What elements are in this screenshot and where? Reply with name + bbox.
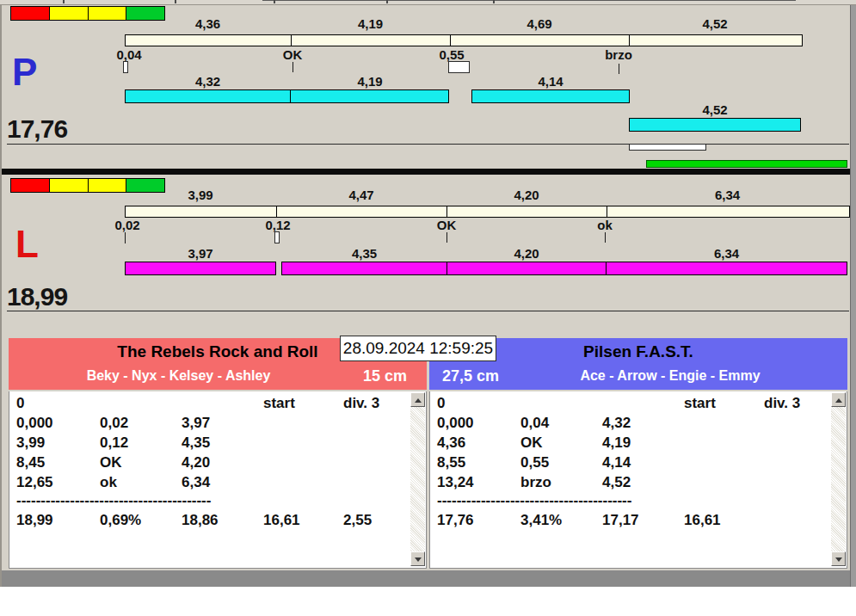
- mark-tick: [619, 64, 619, 74]
- jump-height-label: 15 cm: [348, 367, 422, 385]
- table-header-division: div. 3: [343, 395, 379, 412]
- summary-cell: 17,17: [602, 512, 639, 529]
- table-cell: 6,34: [182, 474, 210, 491]
- lane-total-time: 18,99: [7, 284, 67, 310]
- table-cell: 8,45: [16, 454, 45, 471]
- summary-cell: 18,86: [182, 512, 219, 529]
- split-time-label: 4,14: [471, 76, 630, 88]
- vertical-scrollbar[interactable]: [410, 392, 425, 566]
- split-bar: [606, 262, 847, 275]
- table-cell: 12,65: [16, 474, 53, 491]
- window-right-edge: [850, 0, 856, 587]
- light-red-segment: [11, 7, 50, 20]
- light-yellow-segment: [89, 179, 127, 192]
- table-cell: ok: [100, 474, 117, 491]
- team-dogs: Ace - Arrow - Engie - Emmy: [507, 368, 834, 384]
- mark-label: 0,55: [433, 49, 471, 61]
- table-cell: 4,35: [182, 434, 210, 452]
- mark-tick: [446, 232, 447, 243]
- top-edge-tick: [274, 0, 275, 3]
- timeline-bar: [125, 34, 803, 46]
- table-header-lead: 0: [437, 395, 445, 412]
- table-cell: 3,99: [16, 434, 45, 452]
- summary-cell: 16,61: [263, 512, 300, 529]
- mark-tick: [293, 62, 293, 72]
- leg-time-label: 6,34: [607, 189, 848, 201]
- leg-time-label: 4,36: [125, 18, 291, 30]
- table-cell: 0,04: [520, 415, 549, 432]
- table-cell: 4,36: [437, 434, 465, 452]
- scrollbar-up-button[interactable]: [831, 392, 846, 407]
- split-bar: [629, 118, 801, 132]
- arrow-up-icon: [415, 398, 422, 403]
- table-cell: 0,000: [437, 415, 474, 432]
- top-edge-tick: [386, 0, 388, 3]
- split-bar: [471, 89, 630, 103]
- jump-height-label: 27,5 cm: [436, 367, 505, 385]
- results-table: 0 start div. 3 0,000 0,02 3,97 3,99 0,12…: [9, 391, 427, 569]
- table-header-lead: 0: [16, 395, 24, 412]
- arrow-up-icon: [835, 398, 842, 403]
- results-section: The Rebels Rock and Roll Beky - Nyx - Ke…: [2, 336, 850, 570]
- summary-cell: 16,61: [684, 512, 721, 529]
- arrow-down-icon: [415, 557, 422, 562]
- summary-cell: 3,41%: [520, 512, 562, 529]
- table-cell: 4,32: [602, 415, 631, 432]
- table-header-start: start: [684, 395, 716, 412]
- table-cell: 0,12: [100, 434, 128, 452]
- vertical-scrollbar[interactable]: [831, 392, 846, 566]
- section-divider: [2, 169, 850, 175]
- timeline-bar: [125, 206, 850, 218]
- timeline-segment: [451, 35, 630, 46]
- table-cell: 8,55: [437, 454, 465, 471]
- baseline: [7, 144, 849, 145]
- table-cell: brzo: [520, 474, 551, 491]
- scrollbar-down-button[interactable]: [410, 551, 425, 566]
- timeline-segment: [126, 206, 277, 217]
- split-time-label: 4,35: [281, 248, 447, 260]
- split-bar: [125, 262, 276, 275]
- top-edge-tick: [63, 0, 65, 3]
- team-panel-left: The Rebels Rock and Roll Beky - Nyx - Ke…: [9, 338, 427, 569]
- summary-cell: 0,69%: [100, 512, 141, 529]
- leg-time-label: 3,99: [125, 189, 276, 201]
- team-panel-right: Pilsen F.A.S.T. 27,5 cm Ace - Arrow - En…: [429, 338, 847, 569]
- separator-line: ----------------------------------------: [16, 492, 211, 509]
- summary-cell: 17,76: [437, 512, 474, 529]
- timeline-segment: [277, 206, 447, 217]
- light-yellow-segment: [50, 179, 89, 192]
- table-cell: OK: [520, 434, 543, 452]
- separator-line: ----------------------------------------: [437, 492, 631, 509]
- mark-label: brzo: [600, 49, 637, 61]
- table-header-start: start: [263, 395, 295, 412]
- mark-label: 0,12: [259, 219, 297, 231]
- split-time-label: 3,97: [125, 248, 276, 260]
- team-dogs: Beky - Nyx - Kelsey - Ashley: [9, 368, 348, 384]
- mark-box-narrow: [274, 231, 280, 243]
- results-table: 0 start div. 3 0,000 0,04 4,32 4,36 OK 4…: [429, 391, 847, 569]
- lane-letter: P: [12, 53, 37, 91]
- split-bar: [290, 89, 449, 103]
- table-cell: 0,000: [16, 415, 53, 432]
- light-red-segment: [11, 179, 50, 192]
- mark-label: 0,04: [110, 49, 148, 61]
- split-bar: [125, 89, 291, 103]
- lane-p-panel: P 17,76 4,36 4,19 4,69 4,52 0,04 OK 0,55…: [2, 4, 850, 169]
- top-edge-line: [262, 0, 796, 1]
- split-time-label: 6,34: [606, 248, 847, 260]
- split-bar: [281, 262, 447, 275]
- timeline-segment: [447, 206, 607, 217]
- table-cell: 4,52: [602, 474, 631, 491]
- mark-label: OK: [274, 49, 311, 61]
- split-time-label: 4,19: [291, 76, 449, 88]
- mark-box: [448, 61, 470, 73]
- table-cell: 0,55: [520, 454, 549, 471]
- scrollbar-up-button[interactable]: [410, 392, 425, 407]
- flyball-timing-window: P 17,76 4,36 4,19 4,69 4,52 0,04 OK 0,55…: [0, 0, 856, 616]
- lane-total-time: 17,76: [7, 116, 67, 142]
- light-yellow-segment: [50, 7, 89, 20]
- scrollbar-down-button[interactable]: [831, 551, 846, 566]
- split-bar: [446, 262, 607, 275]
- lane-letter: L: [15, 225, 39, 263]
- progress-bar-green: [646, 160, 847, 168]
